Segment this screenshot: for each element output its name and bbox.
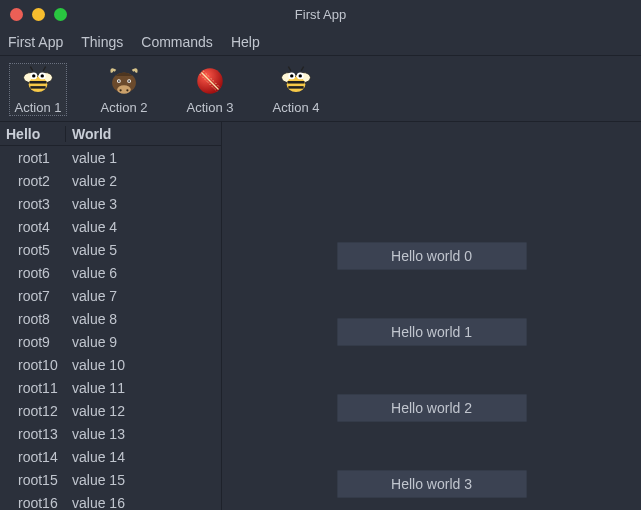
svg-rect-24 <box>288 86 303 89</box>
menu-help[interactable]: Help <box>231 34 260 50</box>
table-row[interactable]: root13value 13 <box>0 422 221 445</box>
svg-point-8 <box>41 74 44 77</box>
cell-hello: root5 <box>0 242 66 258</box>
hello-world-button[interactable]: Hello world 0 <box>337 242 527 270</box>
svg-point-26 <box>290 74 293 77</box>
table-row[interactable]: root9value 9 <box>0 330 221 353</box>
table-row[interactable]: root14value 14 <box>0 445 221 468</box>
svg-point-14 <box>126 89 128 91</box>
cell-world: value 11 <box>66 380 221 396</box>
toolbar-action-2[interactable]: Action 2 <box>96 64 152 115</box>
list-body[interactable]: root1value 1root2value 2root3value 3root… <box>0 146 221 510</box>
cell-hello: root2 <box>0 173 66 189</box>
right-pane[interactable]: Hello world 0Hello world 1Hello world 2H… <box>222 122 641 510</box>
column-header-world[interactable]: World <box>66 126 221 142</box>
svg-point-22 <box>287 77 306 92</box>
svg-point-13 <box>119 89 121 91</box>
svg-line-30 <box>301 67 304 71</box>
svg-line-29 <box>288 67 291 71</box>
cell-world: value 4 <box>66 219 221 235</box>
menu-first-app[interactable]: First App <box>8 34 63 50</box>
list-header: Hello World <box>0 122 221 146</box>
cell-hello: root11 <box>0 380 66 396</box>
bee-icon <box>279 64 313 98</box>
table-row[interactable]: root12value 12 <box>0 399 221 422</box>
toolbar-action-label: Action 1 <box>15 100 62 115</box>
cell-hello: root3 <box>0 196 66 212</box>
hello-world-button[interactable]: Hello world 2 <box>337 394 527 422</box>
svg-line-9 <box>30 67 33 71</box>
svg-point-16 <box>118 80 120 82</box>
cell-world: value 6 <box>66 265 221 281</box>
cell-hello: root12 <box>0 403 66 419</box>
cell-world: value 2 <box>66 173 221 189</box>
hello-world-button[interactable]: Hello world 1 <box>337 318 527 346</box>
menubar: First App Things Commands Help <box>0 28 641 56</box>
hello-world-button[interactable]: Hello world 3 <box>337 470 527 498</box>
table-row[interactable]: root16value 16 <box>0 491 221 510</box>
maximize-window-icon[interactable] <box>54 8 67 21</box>
cell-world: value 3 <box>66 196 221 212</box>
toolbar-action-4[interactable]: Action 4 <box>268 64 324 115</box>
cell-world: value 8 <box>66 311 221 327</box>
table-row[interactable]: root11value 11 <box>0 376 221 399</box>
window-title: First App <box>0 7 641 22</box>
titlebar: First App <box>0 0 641 28</box>
cell-hello: root7 <box>0 288 66 304</box>
table-row[interactable]: root6value 6 <box>0 261 221 284</box>
close-window-icon[interactable] <box>10 8 23 21</box>
cell-hello: root13 <box>0 426 66 442</box>
cell-world: value 13 <box>66 426 221 442</box>
svg-point-18 <box>128 80 130 82</box>
table-row[interactable]: root8value 8 <box>0 307 221 330</box>
cell-hello: root9 <box>0 334 66 350</box>
svg-point-2 <box>29 77 48 92</box>
table-row[interactable]: root15value 15 <box>0 468 221 491</box>
table-row[interactable]: root1value 1 <box>0 146 221 169</box>
cell-hello: root15 <box>0 472 66 488</box>
cell-hello: root6 <box>0 265 66 281</box>
cell-world: value 7 <box>66 288 221 304</box>
table-row[interactable]: root4value 4 <box>0 215 221 238</box>
svg-point-28 <box>299 74 302 77</box>
table-row[interactable]: root3value 3 <box>0 192 221 215</box>
table-row[interactable]: root2value 2 <box>0 169 221 192</box>
svg-rect-23 <box>288 81 305 84</box>
bee-icon <box>21 64 55 98</box>
cell-world: value 1 <box>66 150 221 166</box>
menu-commands[interactable]: Commands <box>141 34 213 50</box>
cell-world: value 5 <box>66 242 221 258</box>
content-split: Hello World root1value 1root2value 2root… <box>0 122 641 510</box>
cricket-ball-icon <box>193 64 227 98</box>
toolbar-action-label: Action 4 <box>273 100 320 115</box>
table-row[interactable]: root10value 10 <box>0 353 221 376</box>
cell-hello: root1 <box>0 150 66 166</box>
svg-rect-4 <box>30 86 45 89</box>
cell-hello: root8 <box>0 311 66 327</box>
toolbar-action-1[interactable]: Action 1 <box>10 64 66 115</box>
left-list-pane: Hello World root1value 1root2value 2root… <box>0 122 222 510</box>
toolbar-action-label: Action 2 <box>101 100 148 115</box>
cell-world: value 12 <box>66 403 221 419</box>
cell-world: value 16 <box>66 495 221 511</box>
table-row[interactable]: root5value 5 <box>0 238 221 261</box>
cell-world: value 15 <box>66 472 221 488</box>
cell-world: value 10 <box>66 357 221 373</box>
svg-point-6 <box>32 74 35 77</box>
minimize-window-icon[interactable] <box>32 8 45 21</box>
window-controls <box>10 8 67 21</box>
column-header-hello[interactable]: Hello <box>0 126 66 142</box>
yak-icon <box>107 64 141 98</box>
cell-world: value 14 <box>66 449 221 465</box>
cell-hello: root4 <box>0 219 66 235</box>
table-row[interactable]: root7value 7 <box>0 284 221 307</box>
toolbar-action-3[interactable]: Action 3 <box>182 64 238 115</box>
cell-hello: root16 <box>0 495 66 511</box>
svg-line-10 <box>43 67 46 71</box>
toolbar: Action 1 Action 2 <box>0 56 641 122</box>
svg-point-12 <box>117 85 131 94</box>
menu-things[interactable]: Things <box>81 34 123 50</box>
cell-hello: root10 <box>0 357 66 373</box>
toolbar-action-label: Action 3 <box>187 100 234 115</box>
cell-world: value 9 <box>66 334 221 350</box>
